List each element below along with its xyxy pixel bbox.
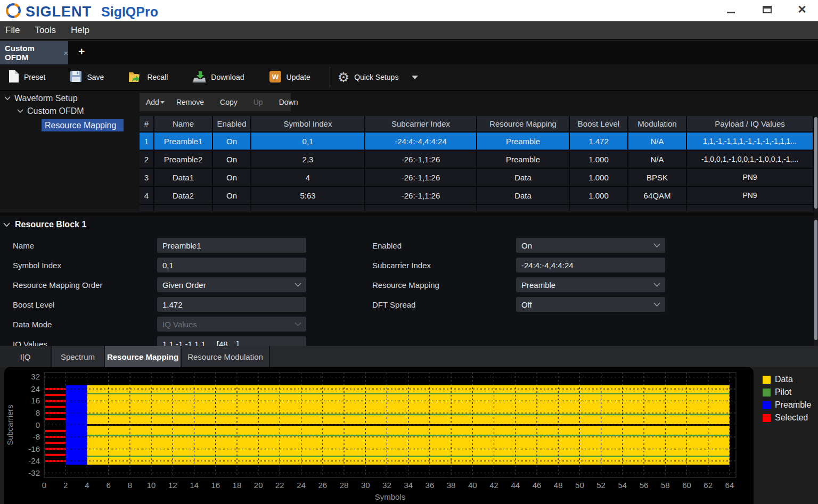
- column-header-[interactable]: #: [140, 116, 154, 131]
- select-resource-mapping-order[interactable]: Given Order: [157, 277, 306, 292]
- input-iq-values[interactable]: 1,1,-1,-1,1,1,... [48 ...]: [157, 336, 306, 346]
- tab-add-button[interactable]: +: [78, 45, 85, 58]
- column-header-subcarrier-index[interactable]: Subcarrier Index: [365, 116, 477, 131]
- column-header-boost-level[interactable]: Boost Level: [570, 116, 628, 131]
- menu-tools[interactable]: Tools: [35, 25, 56, 36]
- scrollbar-thumb[interactable]: [814, 220, 817, 340]
- legend-label: Preamble: [775, 400, 811, 410]
- table-cell: 1.472: [570, 133, 628, 150]
- column-header-enabled[interactable]: Enabled: [213, 116, 251, 131]
- table-cell: 1.000: [570, 169, 628, 186]
- panel-scrollbar[interactable]: [814, 218, 818, 346]
- svg-text:16: 16: [211, 481, 220, 490]
- preset-button[interactable]: Preset: [9, 70, 45, 85]
- svg-text:14: 14: [190, 481, 199, 490]
- select-data-mode[interactable]: IQ Values: [157, 317, 306, 332]
- svg-text:52: 52: [596, 481, 606, 490]
- chevron-down-icon: [653, 243, 660, 248]
- table-cell: 2: [140, 151, 154, 168]
- document-icon: [9, 70, 19, 85]
- scrollbar-thumb[interactable]: [814, 117, 817, 209]
- table-row[interactable]: 1Preamble1On0,1-24:4:-4,4:4:24Preamble1.…: [140, 133, 814, 151]
- table-cell: -26:-1,1:26: [365, 151, 477, 168]
- minimize-button[interactable]: [720, 0, 741, 19]
- table-row[interactable]: 3Data1On4-26:-1,1:26Data1.000BPSKPN9: [140, 169, 814, 187]
- input-name[interactable]: Preamble1: [157, 238, 306, 253]
- table-cell: On: [213, 187, 251, 204]
- copy-button[interactable]: Copy: [220, 98, 238, 106]
- up-button[interactable]: Up: [253, 98, 263, 106]
- table-cell: Preamble: [477, 133, 570, 150]
- table-row[interactable]: 4Data2On5:63-26:-1,1:26Data1.00064QAMPN9: [140, 187, 814, 205]
- table-row[interactable]: 2Preamble2On2,3-26:-1,1:26Preamble1.000N…: [140, 151, 814, 169]
- field-value: -24:4:-4,4:4:24: [521, 261, 574, 270]
- caret-down-icon: [412, 76, 418, 79]
- tree-item-custom-ofdm[interactable]: Custom OFDM: [17, 106, 84, 116]
- svg-text:60: 60: [682, 481, 691, 490]
- svg-text:4: 4: [85, 481, 89, 490]
- field-value: Preamble: [521, 280, 555, 290]
- svg-text:-16: -16: [28, 444, 40, 453]
- tab-i-q[interactable]: I|Q: [0, 346, 52, 367]
- block-title: Resource Block 1: [15, 220, 86, 229]
- column-header-name[interactable]: Name: [154, 116, 213, 131]
- menu-help[interactable]: Help: [71, 25, 89, 36]
- down-button[interactable]: Down: [279, 98, 298, 106]
- remove-button[interactable]: Remove: [176, 98, 204, 106]
- download-button[interactable]: Download: [192, 70, 244, 85]
- table-cell: -26:-1,1:26: [365, 169, 477, 186]
- table-cell: 4: [251, 169, 365, 186]
- tab-resource-mapping[interactable]: Resource Mapping: [105, 346, 182, 367]
- update-button[interactable]: W Update: [269, 70, 310, 85]
- brand-text: SIGLENT: [26, 4, 92, 20]
- legend-item-data: Data: [763, 375, 811, 384]
- menu-file[interactable]: File: [5, 25, 20, 36]
- tab-resource-modulation[interactable]: Resource Modulation: [182, 346, 270, 367]
- tree-item-waveform-setup[interactable]: Waveform Setup: [4, 94, 78, 103]
- svg-text:50: 50: [575, 481, 584, 490]
- table-cell: Data: [477, 187, 570, 204]
- menu-bar: File Tools Help: [0, 21, 818, 40]
- tab-close-icon[interactable]: ×: [63, 48, 68, 57]
- save-button[interactable]: Save: [70, 70, 104, 84]
- input-boost-level[interactable]: 1.472: [157, 297, 306, 312]
- input-symbol-index[interactable]: 0,1: [157, 258, 306, 272]
- column-header-symbol-index[interactable]: Symbol Index: [251, 116, 365, 131]
- column-header-resource-mapping[interactable]: Resource Mapping: [477, 116, 570, 131]
- tab-spectrum[interactable]: Spectrum: [52, 346, 105, 367]
- chevron-down-icon: [295, 283, 301, 287]
- splitter[interactable]: [0, 212, 814, 216]
- select-dft-spread[interactable]: Off: [516, 297, 665, 312]
- table-cell: 4: [140, 187, 154, 204]
- select-enabled[interactable]: On: [516, 238, 665, 253]
- table-cell: -26:-1,1:26: [365, 187, 477, 204]
- select-resource-mapping[interactable]: Preamble: [516, 277, 665, 292]
- field-label-resource-mapping-order: Resource Mapping Order: [13, 280, 157, 290]
- caret-down-icon: [160, 101, 165, 104]
- column-header-modulation[interactable]: Modulation: [628, 116, 687, 131]
- quick-setups-button[interactable]: ⚙ Quick Setups: [338, 71, 419, 83]
- download-tray-icon: [192, 70, 206, 85]
- table-scrollbar[interactable]: [814, 116, 818, 212]
- tree-item-resource-mapping[interactable]: Resource Mapping: [42, 119, 124, 131]
- add-button[interactable]: Add: [146, 98, 165, 106]
- svg-text:32: 32: [382, 481, 391, 490]
- svg-text:54: 54: [618, 481, 627, 490]
- recall-button[interactable]: Recall: [128, 70, 168, 85]
- table-cell: Preamble1: [154, 133, 213, 150]
- table-cell: 3: [140, 169, 154, 186]
- legend-item-pilot: Pilot: [763, 387, 811, 397]
- close-button[interactable]: ✕: [791, 0, 813, 19]
- input-subcarrier-index[interactable]: -24:4:-4,4:4:24: [516, 258, 665, 272]
- column-header-payload-iq-values[interactable]: Payload / IQ Values: [687, 116, 814, 131]
- svg-text:20: 20: [254, 481, 263, 490]
- content-area: Waveform Setup Custom OFDM Resource Mapp…: [0, 91, 818, 346]
- svg-text:36: 36: [426, 481, 435, 490]
- table-cell: 1.000: [570, 151, 628, 168]
- field-label-resource-mapping: Resource Mapping: [372, 280, 516, 290]
- maximize-button[interactable]: [756, 0, 778, 19]
- block-header[interactable]: Resource Block 1: [3, 220, 86, 229]
- tab-custom-ofdm[interactable]: Custom OFDM ×: [0, 41, 68, 64]
- svg-text:26: 26: [318, 481, 327, 490]
- svg-text:22: 22: [275, 481, 284, 490]
